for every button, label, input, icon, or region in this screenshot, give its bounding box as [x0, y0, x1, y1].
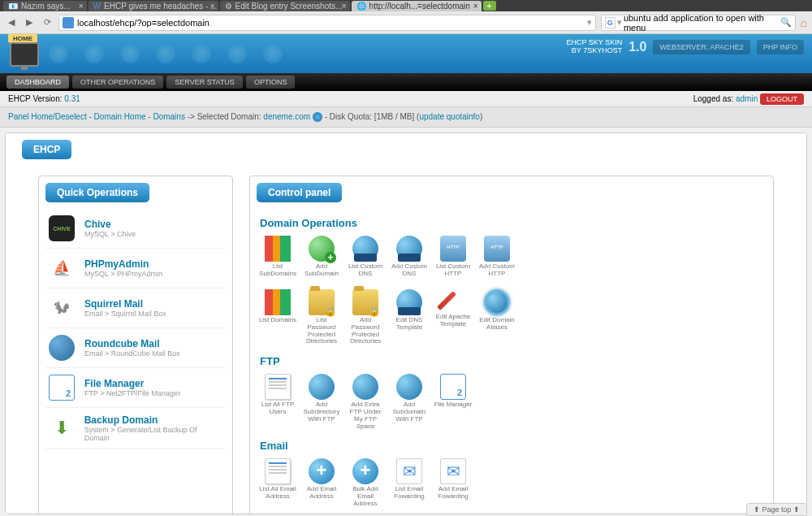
site-icon [63, 17, 74, 28]
http-icon [440, 236, 466, 262]
header-icon[interactable] [192, 44, 211, 63]
list-custom-dns[interactable]: List Custom DNS [344, 234, 387, 280]
list-domains[interactable]: List Domains [257, 288, 299, 347]
dropdown-icon[interactable]: ▾ [617, 17, 622, 28]
mail-icon [396, 458, 422, 484]
search-icon[interactable]: 🔍 [780, 17, 792, 28]
monitor-icon[interactable] [10, 42, 39, 67]
version-link[interactable]: 0.31 [64, 94, 80, 103]
phpinfo-button[interactable]: PHP INFO [757, 40, 804, 54]
ehcp-badge: EHCP [22, 140, 71, 159]
nav-tab-status[interactable]: SERVER STATUS [166, 76, 243, 89]
list-pwd-dirs[interactable]: List Password Protected Directories [300, 288, 343, 347]
dropdown-icon[interactable]: ▾ [587, 17, 592, 28]
breadcrumb-domain-home[interactable]: Domain Home [94, 112, 146, 121]
quick-op-backup[interactable]: ⬇ Backup DomainSystem > Generate/List Ba… [45, 408, 226, 449]
breadcrumb-domains[interactable]: Domains [153, 112, 184, 121]
nav-tab-other[interactable]: OTHER OPERATIONS [72, 76, 163, 89]
add-subdir-ftp[interactable]: Add Subdirectory With FTP [300, 372, 343, 431]
content-area: EHCP Quick Operations CHIVE ChiveMySQL >… [5, 132, 807, 514]
user-link[interactable]: admin [736, 94, 758, 103]
forward-button[interactable]: ▶ [23, 16, 36, 29]
close-icon[interactable]: × [210, 2, 215, 11]
nav-tab-dashboard[interactable]: DASHBOARD [6, 76, 69, 89]
edit-apache-template[interactable]: Edit Apache Template [432, 288, 474, 347]
section-email: Email [260, 440, 767, 452]
bulk-add-email[interactable]: Bulk Add Email Address [344, 457, 387, 509]
header-icon[interactable] [227, 44, 247, 63]
version-label: EHCP Version: [8, 94, 63, 103]
close-icon[interactable]: × [473, 2, 478, 11]
globe-icon [396, 374, 422, 400]
list-custom-http[interactable]: List Custom HTTP [432, 234, 474, 280]
ftp-file-manager[interactable]: File Manager [432, 372, 474, 431]
header-icon[interactable] [156, 44, 175, 63]
back-button[interactable]: ◀ [5, 16, 18, 29]
add-extra-ftp[interactable]: Add Extra FTP Under My FTP Space [344, 372, 387, 431]
add-custom-http[interactable]: Add Custom HTTP [476, 234, 518, 280]
folder-lock-icon [309, 289, 335, 315]
info-bar: EHCP Version: 0.31 Logged as: admin LOGO… [0, 91, 812, 107]
home-icon[interactable]: ⌂ [801, 16, 807, 29]
add-pwd-dirs[interactable]: Add Password Protected Directories [344, 288, 387, 347]
list-ftp-users[interactable]: List All FTP Users [257, 372, 299, 431]
quick-op-roundcube[interactable]: Roundcube MailEmail > RoundCube Mail Box [45, 328, 226, 368]
selected-domain-label: Selected Domain: [197, 112, 261, 121]
new-tab-button[interactable]: + [483, 1, 496, 11]
header-icon[interactable] [263, 44, 283, 63]
version-number: 1.0 [628, 40, 646, 54]
quick-operations-panel: Quick Operations CHIVE ChiveMySQL > Chiv… [38, 176, 233, 514]
quick-op-chive[interactable]: CHIVE ChiveMySQL > Chive [45, 209, 226, 249]
quick-op-squirrel[interactable]: 🐿 Squirrel MailEmail > Squirrel Mail Box [45, 288, 226, 328]
dns-icon [396, 289, 422, 315]
quick-op-phpmyadmin[interactable]: ⛵ PHPmyAdminMySQL > PHPmyAdmin [45, 249, 226, 288]
edit-domain-aliases[interactable]: Edit Domain Aliases [476, 288, 518, 347]
browser-tab[interactable]: W EHCP gives me headaches - ...× [89, 1, 218, 11]
edit-dns-template[interactable]: Edit DNS Template [388, 288, 430, 347]
selected-domain-link[interactable]: deneme.com [263, 112, 310, 121]
search-bar[interactable]: G ▾ ubuntu add application to open with … [601, 15, 796, 31]
mail-icon [440, 458, 466, 484]
list-subdomains[interactable]: List SubDomains [257, 234, 299, 280]
url-bar[interactable]: localhost/ehcp/?op=selectdomain ▾ [58, 15, 596, 31]
page-top-button[interactable]: ⬆ Page top ⬆ [746, 503, 807, 516]
browser-tab[interactable]: ⚙ Edit Blog entry Screenshots...× [220, 1, 350, 11]
nav-tab-options[interactable]: OPTIONS [246, 76, 296, 89]
webserver-info: WEBSERVER: APACHE2 [653, 40, 749, 54]
browser-tab[interactable]: 📧 Nazım says...× [3, 1, 87, 11]
add-email-fwd[interactable]: Add Email Fowarding [432, 457, 474, 509]
section-domain-ops: Domain Operations [260, 217, 767, 229]
dns-icon [396, 236, 422, 262]
page-icon [265, 458, 291, 484]
add-subdomain[interactable]: Add SubDomain [300, 234, 343, 280]
header-icon[interactable] [84, 44, 104, 63]
filemanager-icon [440, 374, 466, 400]
close-icon[interactable]: × [79, 2, 84, 11]
reload-button[interactable]: ⟳ [41, 16, 54, 29]
close-icon[interactable]: × [342, 2, 347, 11]
control-panel-title: Control panel [257, 183, 342, 202]
add-custom-dns[interactable]: Add Custom DNS [388, 234, 430, 280]
page-icon [265, 374, 291, 400]
list-email[interactable]: List All Email Address [257, 457, 299, 509]
add-icon [352, 458, 378, 484]
add-subdomain-ftp[interactable]: Add Subdomain With FTP [388, 372, 430, 431]
quick-ops-title: Quick Operations [45, 183, 149, 202]
add-email[interactable]: Add Email Address [300, 457, 343, 509]
list-email-fwd[interactable]: List Email Fowarding [388, 457, 430, 509]
globe-icon [309, 374, 335, 400]
globe-icon[interactable] [313, 112, 322, 122]
breadcrumb-panel-home[interactable]: Panel Home/Deselect [8, 112, 87, 121]
browser-tab-active[interactable]: 🌐 http://localh...=selectdomain× [352, 1, 482, 11]
quick-op-filemanager[interactable]: File ManagerFTP > Net2FTP/File Manager [45, 368, 226, 408]
backup-icon: ⬇ [49, 415, 75, 441]
breadcrumb: Panel Home/Deselect - Domain Home - Doma… [0, 107, 812, 128]
update-quota-link[interactable]: update quotainfo [419, 112, 480, 121]
chart-icon [265, 236, 291, 262]
header-icon[interactable] [120, 44, 140, 63]
section-ftp: FTP [260, 355, 767, 367]
header-icon[interactable] [49, 44, 68, 63]
logout-button[interactable]: LOGOUT [760, 93, 804, 105]
filemanager-icon [49, 375, 75, 401]
alias-icon [484, 289, 510, 315]
